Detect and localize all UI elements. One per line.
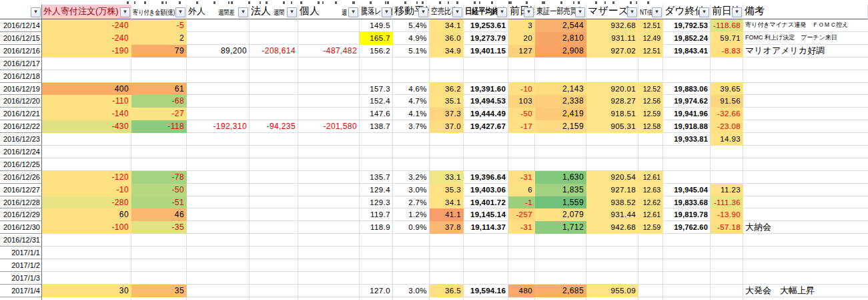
cell-m[interactable]: 905.31 [586, 120, 638, 133]
cell-g[interactable] [360, 146, 393, 158]
cell-e[interactable] [250, 70, 298, 83]
cell-j[interactable] [464, 234, 508, 247]
filter-dropdown-button[interactable]: ▼ [732, 7, 742, 17]
cell-o[interactable] [663, 259, 711, 272]
cell-i[interactable]: 36.0 [430, 32, 464, 45]
cell-q[interactable] [743, 120, 868, 133]
cell-m[interactable]: 927.02 [586, 45, 638, 57]
cell-f[interactable] [298, 158, 360, 171]
cell-k[interactable] [508, 57, 535, 70]
cell-h[interactable] [393, 259, 430, 272]
cell-k[interactable] [508, 297, 535, 300]
cell-k[interactable] [508, 259, 535, 272]
cell-f[interactable] [298, 234, 360, 247]
cell-f[interactable] [298, 272, 360, 285]
cell-g[interactable] [360, 247, 393, 259]
cell-i[interactable]: 34.1 [430, 196, 464, 209]
cell-k[interactable]: -50 [508, 108, 535, 120]
cell-f[interactable]: -487,482 [298, 45, 360, 57]
cell-d[interactable] [187, 83, 250, 96]
filter-dropdown-button[interactable]: ▼ [418, 7, 428, 17]
cell-m[interactable]: 932.68 [586, 19, 638, 32]
cell-p[interactable]: 11.23 [711, 184, 743, 196]
cell-e[interactable] [250, 272, 298, 285]
cell-l[interactable]: 1,630 [535, 171, 586, 184]
cell-o[interactable] [663, 158, 711, 171]
cell-c[interactable] [131, 133, 187, 146]
filter-dropdown-button[interactable]: ▼ [497, 7, 507, 17]
cell-c[interactable] [131, 297, 187, 300]
cell-f[interactable] [298, 95, 360, 108]
cell-h[interactable] [393, 70, 430, 83]
cell-n[interactable] [638, 57, 663, 70]
cell-q[interactable] [743, 133, 868, 146]
cell-date[interactable]: 2016/12/28 [0, 196, 42, 209]
cell-g[interactable] [360, 158, 393, 171]
cell-n[interactable] [638, 234, 663, 247]
cell-i[interactable]: 34.1 [430, 19, 464, 32]
cell-q[interactable] [743, 95, 868, 108]
cell-n[interactable] [638, 297, 663, 300]
cell-c[interactable] [131, 272, 187, 285]
cell-f[interactable] [298, 19, 360, 32]
cell-g[interactable] [360, 297, 393, 300]
cell-o[interactable]: 19,933.81 [663, 133, 711, 146]
cell-d[interactable] [187, 108, 250, 120]
cell-f[interactable] [298, 146, 360, 158]
cell-l[interactable]: 2,908 [535, 45, 586, 57]
cell-p[interactable]: -57.18 [711, 221, 743, 234]
filter-dropdown-button[interactable]: ▼ [31, 7, 41, 17]
cell-k[interactable]: 20 [508, 32, 535, 45]
cell-k[interactable]: 3 [508, 19, 535, 32]
cell-l[interactable] [535, 158, 586, 171]
cell-p[interactable]: 59.71 [711, 32, 743, 45]
cell-m[interactable]: 942.68 [586, 221, 638, 234]
cell-l[interactable]: 2,685 [535, 285, 586, 297]
cell-o[interactable]: 19,852.24 [663, 32, 711, 45]
cell-g[interactable]: 157.3 [360, 83, 393, 96]
cell-n[interactable]: 12.52 [638, 83, 663, 96]
cell-q[interactable] [743, 272, 868, 285]
cell-g[interactable]: 118.9 [360, 221, 393, 234]
cell-date[interactable]: 2016/12/17 [0, 57, 42, 70]
filter-dropdown-button[interactable]: ▼ [627, 7, 637, 17]
cell-p[interactable] [711, 171, 743, 184]
cell-date[interactable]: 2016/12/18 [0, 70, 42, 83]
cell-b[interactable]: -190 [42, 45, 131, 57]
cell-p[interactable]: -111.36 [711, 196, 743, 209]
cell-k[interactable] [508, 146, 535, 158]
cell-l[interactable]: 2,159 [535, 120, 586, 133]
cell-c[interactable]: -5 [131, 19, 187, 32]
cell-b[interactable] [42, 146, 131, 158]
cell-date[interactable]: 2016/12/25 [0, 158, 42, 171]
filter-dropdown-button[interactable]: ▼ [652, 7, 662, 17]
cell-f[interactable] [298, 285, 360, 297]
cell-e[interactable] [250, 83, 298, 96]
cell-c[interactable] [131, 70, 187, 83]
cell-d[interactable] [187, 158, 250, 171]
cell-f[interactable]: -201,580 [298, 120, 360, 133]
cell-f[interactable] [298, 83, 360, 96]
cell-b[interactable]: -100 [42, 221, 131, 234]
cell-m[interactable]: 918.51 [586, 108, 638, 120]
cell-d[interactable] [187, 208, 250, 221]
cell-o[interactable] [663, 247, 711, 259]
cell-h[interactable]: 3.7% [393, 120, 430, 133]
cell-i[interactable]: 36.2 [430, 83, 464, 96]
cell-h[interactable] [393, 133, 430, 146]
cell-c[interactable]: 2 [131, 32, 187, 45]
cell-e[interactable] [250, 57, 298, 70]
cell-g[interactable]: 152.4 [360, 95, 393, 108]
cell-g[interactable] [360, 57, 393, 70]
cell-l[interactable]: 1,712 [535, 221, 586, 234]
cell-k[interactable]: 103 [508, 95, 535, 108]
cell-g[interactable] [360, 272, 393, 285]
cell-g[interactable]: 165.7 [360, 32, 393, 45]
cell-p[interactable] [711, 285, 743, 297]
cell-m[interactable]: 928.27 [586, 95, 638, 108]
cell-b[interactable]: -430 [42, 120, 131, 133]
cell-b[interactable]: -240 [42, 19, 131, 32]
cell-q[interactable] [743, 171, 868, 184]
cell-e[interactable] [250, 285, 298, 297]
cell-m[interactable] [586, 247, 638, 259]
